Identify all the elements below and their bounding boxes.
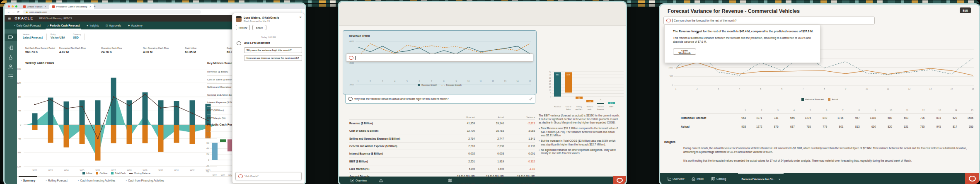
table-row: Revenue ($ Billion)41,95939,146-2,813 xyxy=(349,119,535,127)
row-label: Selling and Operating Expense ($ Billion… xyxy=(349,137,446,140)
legend-line xyxy=(129,173,133,174)
bottom-tab[interactable]: ◔Rolling Forecast xyxy=(45,177,68,184)
pov-divider xyxy=(85,34,85,40)
dock-item[interactable]: Inbox xyxy=(692,177,704,181)
oracle-o-icon xyxy=(969,176,976,182)
traffic-close-icon[interactable] xyxy=(8,5,10,7)
dock-tab-label: Forecast Variance for Co... xyxy=(741,178,775,181)
assistant-panel: Lora Waters, @AskOracle Flash Forecast f… xyxy=(232,13,305,184)
url-bar[interactable]: 🔒 epm.oracle.com xyxy=(23,10,201,14)
cell-value: 817 xyxy=(941,125,957,128)
refresh-icon[interactable]: ⟳ xyxy=(17,10,19,14)
dock-item[interactable]: Overview xyxy=(668,177,684,181)
open-workbook-button[interactable]: Open Workbook xyxy=(673,48,696,55)
suggestion-chip[interactable]: Why was the variance high this month? xyxy=(244,47,302,53)
column-header: 15 xyxy=(957,109,973,111)
legend-swatch xyxy=(96,172,98,174)
browser-tab[interactable]: Predictive Cash Forecasting✕ xyxy=(49,4,94,9)
cell-value: 801 xyxy=(827,125,843,128)
tab-close-icon[interactable]: ✕ xyxy=(89,5,91,8)
back-icon[interactable]: ← xyxy=(7,10,10,13)
question-bar[interactable]: Why was the variance between actual and … xyxy=(345,94,535,104)
forward-icon[interactable]: → xyxy=(12,10,15,13)
weekly-chart-title: Weekly Cash Flows xyxy=(25,61,54,65)
cell-value: 2,764 xyxy=(446,137,475,140)
nav-item[interactable]: ⚑Academy xyxy=(124,22,146,29)
financial-table: ForecastActualVarianceRevenue ($ Billion… xyxy=(349,115,535,184)
bottom-tab[interactable]: ◔Cash from Financing Activities xyxy=(125,177,164,184)
column-header: 13 xyxy=(924,109,941,111)
pov-field[interactable]: EntityVision USA xyxy=(51,34,65,39)
pov-label: Version xyxy=(23,34,43,36)
bottom-tab[interactable]: ◔Summary xyxy=(20,177,35,184)
svg-text:-2M: -2M xyxy=(206,165,209,167)
query-input[interactable]: Can you show the forecast for the rest o… xyxy=(663,17,875,24)
row-label: Approval Rejected xyxy=(349,183,446,184)
history-button[interactable]: History xyxy=(236,25,250,30)
dock-item[interactable]: Catalog xyxy=(711,177,726,181)
insights-title: Insights xyxy=(664,140,675,143)
nav-item[interactable]: ◔Daily Cash Forecast xyxy=(10,22,44,29)
pov-field[interactable]: CurrencyUSD xyxy=(73,34,81,39)
cell-value: 820 xyxy=(876,125,892,128)
text-cursor xyxy=(673,19,673,22)
cell-value: 12,431.00 USD xyxy=(475,183,504,184)
oracle-ring-icon xyxy=(238,174,243,178)
pov-field[interactable]: VersionLatest Forecast xyxy=(23,34,43,39)
exit-door-icon[interactable] xyxy=(8,46,13,50)
table-row: General and Admin Expense ($ Billion)2,2… xyxy=(349,142,535,150)
clock-icon: ◔ xyxy=(20,179,22,182)
traffic-zoom-icon[interactable] xyxy=(15,5,17,7)
kpi-label: Cash Inflow xyxy=(185,47,196,49)
column-header: 1 xyxy=(730,109,746,111)
svg-text:W22: W22 xyxy=(33,169,37,172)
cell-value: 876 xyxy=(762,125,778,128)
svg-text:4M: 4M xyxy=(206,148,209,150)
svg-text:5: 5 xyxy=(550,92,551,94)
pov-divider xyxy=(69,34,69,40)
table-header-row: 123456789101112131415 xyxy=(681,107,973,113)
share-button[interactable]: Share xyxy=(252,25,266,30)
nav-item[interactable]: ☑Approvals xyxy=(102,22,124,29)
svg-text:2M: 2M xyxy=(206,153,209,155)
assistant-input[interactable]: "Ask Oracle" xyxy=(235,172,302,180)
traffic-minimize-icon[interactable] xyxy=(12,5,14,7)
svg-text:Sales: Sales xyxy=(566,108,571,110)
edit-button[interactable]: Edit xyxy=(960,7,971,13)
revenue-trend-card: Revenue Trend 40003500300012345678910111… xyxy=(343,30,537,94)
camera-icon[interactable] xyxy=(8,35,13,39)
flask-icon[interactable] xyxy=(8,55,13,60)
bottom-tab[interactable]: ◔Cash from Investing Activities xyxy=(77,177,116,184)
pov-value: USD xyxy=(73,36,81,39)
nav-item[interactable]: ✦Insights xyxy=(83,22,102,29)
cell-value: 1716 xyxy=(827,116,843,119)
tab-close-icon[interactable]: ✕ xyxy=(778,178,780,181)
svg-text:2.8: 2.8 xyxy=(578,97,581,99)
column-header: Variance xyxy=(504,116,535,119)
svg-text:6: 6 xyxy=(419,80,420,82)
nav-item-icon: ♪ xyxy=(47,24,48,27)
close-icon[interactable]: ✕ xyxy=(299,16,302,19)
nav-item-label: Periodic Cash Forecast xyxy=(50,24,80,27)
nav-item[interactable]: ♪Periodic Cash Forecast xyxy=(44,22,83,29)
tab-close-icon[interactable]: ✕ xyxy=(44,5,46,8)
svg-text:14: 14 xyxy=(951,87,953,90)
svg-text:6M: 6M xyxy=(206,142,209,144)
send-icon[interactable] xyxy=(529,97,532,101)
ebit-analysis-bullets: •Total Revenue was $39.1 Million compare… xyxy=(539,127,620,155)
legend-swatch xyxy=(418,84,420,86)
favicon-icon xyxy=(23,5,26,8)
oracle-logo-badge xyxy=(965,173,979,184)
suggestion-chip[interactable]: How can we improve revenue for next mont… xyxy=(244,55,302,61)
bullet-item: •But the increase in Total COGS ($3 Mill… xyxy=(539,139,620,146)
new-tab-button[interactable]: + xyxy=(94,5,96,8)
browser-tab[interactable]: Oracle Fusion✕ xyxy=(20,4,49,9)
svg-text:3500: 3500 xyxy=(349,62,354,64)
cell-value: 873 xyxy=(924,116,941,119)
ghost-ask-input[interactable] xyxy=(346,53,533,62)
svg-text:500: 500 xyxy=(670,75,673,77)
bottom-tab-label: Rolling Forecast xyxy=(48,179,68,182)
dock-active-tab[interactable]: Forecast Variance for Co... ✕ xyxy=(738,173,784,184)
hamburger-menu-icon[interactable]: ☰ xyxy=(8,17,11,20)
svg-text:1: 1 xyxy=(675,87,677,90)
